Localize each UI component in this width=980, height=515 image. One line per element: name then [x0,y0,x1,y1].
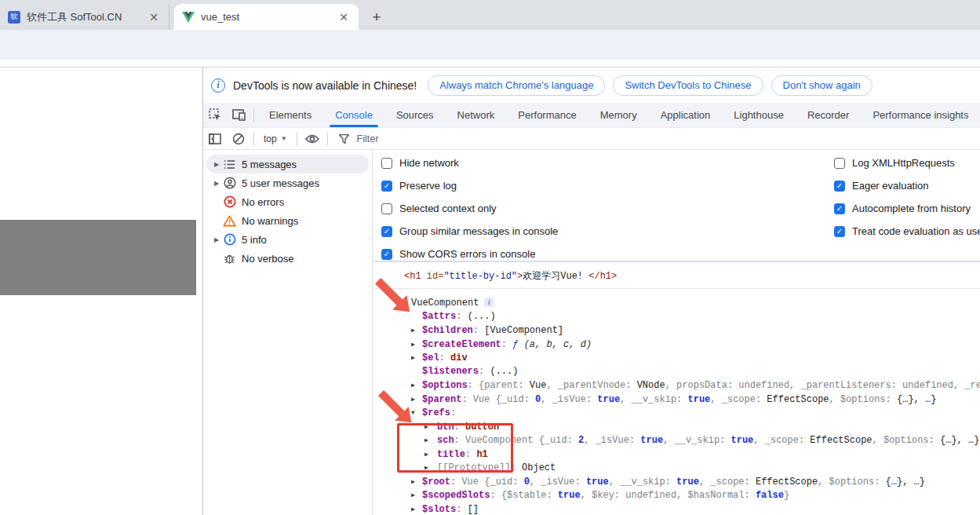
sidebar-item-label: No errors [242,196,284,208]
setting-row: ✓Preserve log [381,174,558,197]
devtools-tab-sources[interactable]: Sources [384,103,446,127]
devtools-tab-performance[interactable]: Performance [506,103,588,127]
expand-arrow-icon[interactable]: ▶ [411,378,422,393]
checkbox-preserve-log[interactable]: ✓ [381,181,392,192]
console-tree-row[interactable]: ▶$scopedSlots: {$stable: true, $key: und… [373,488,980,502]
console-text-segment: VueComponent [411,298,479,309]
console-text-segment: 欢迎学习Vue! [523,271,588,282]
sidebar-item-no-errors[interactable]: No errors [206,192,369,211]
checkbox-treat-code-evaluation-as-user-action[interactable]: ✓ [834,226,845,237]
collapse-arrow-icon[interactable]: ▼ [411,406,422,420]
console-text-segment: $refs [422,407,450,418]
info-icon [223,233,236,247]
expand-arrow-icon[interactable]: ▶ [210,236,223,243]
devtools-tab-performance-insights[interactable]: Performance insights [861,103,980,127]
console-tree-row[interactable]: ▶$el: div [373,351,980,365]
devtools-tab-application[interactable]: Application [649,103,723,127]
console-tree-row[interactable]: ▼VueComponenti [373,296,980,310]
console-text-segment: EffectScope [767,394,829,405]
filter-input[interactable] [355,133,555,145]
browser-tab-vue-test[interactable]: vue_test ✕ [174,4,359,30]
sidebar-item-5-user-messages[interactable]: ▶5 user messages [206,173,369,192]
console-tree-row[interactable]: ▶$slots: [] [373,502,980,515]
console-text-segment: VueComponent [465,435,539,446]
checkbox-label: Treat code evaluation as user action [852,225,980,237]
console-text-segment: , propsData: undefined, _parentListeners… [665,380,980,391]
console-sidebar-toggle-icon[interactable] [203,130,227,148]
console-tree-row[interactable]: ▶$children: [VueComponent] [373,323,980,338]
checkbox-hide-network[interactable] [381,158,392,169]
console-tree-row[interactable]: ▶$createElement: ƒ (a, b, c, d) [373,338,980,352]
console-tree-row[interactable]: ▶title: h1 [373,447,980,462]
console-text-segment: true [688,394,711,405]
expand-arrow-icon[interactable]: ▶ [411,488,422,502]
clear-console-icon[interactable] [227,130,250,148]
setting-row: ✓Group similar messages in console [381,220,558,243]
console-text-segment: $listeners [422,366,479,377]
expand-arrow-icon[interactable]: ▶ [210,161,223,168]
expand-arrow-icon[interactable]: ▶ [210,180,223,187]
value-info-badge-icon[interactable]: i [484,298,494,307]
sidebar-item-5-messages[interactable]: ▶5 messages [206,155,369,173]
close-tab-icon[interactable]: ✕ [147,11,161,24]
checkbox-group-similar-messages-in-console[interactable]: ✓ [381,226,392,237]
new-tab-button[interactable]: + [366,6,388,28]
checkbox-show-cors-errors-in-console[interactable]: ✓ [381,249,392,260]
expand-arrow-icon[interactable]: ▶ [411,502,422,515]
sidebar-item-no-warnings[interactable]: No warnings [206,211,369,230]
console-text-segment: true [597,394,620,405]
collapse-arrow-icon[interactable]: ▼ [400,296,411,310]
checkbox-label: Hide network [399,157,459,169]
checkbox-selected-context-only[interactable] [381,203,392,214]
console-tree-row[interactable]: $attrs: (...) [373,310,980,324]
console-text-segment: [] [468,504,479,515]
expand-arrow-icon[interactable]: ▶ [411,475,422,489]
devtools-tab-lighthouse[interactable]: Lighthouse [722,103,796,127]
switch-devtools-chinese-button[interactable]: Switch DevTools to Chinese [613,75,763,96]
expand-arrow-icon[interactable]: ▶ [411,323,422,338]
devtools-tab-memory[interactable]: Memory [588,103,649,127]
console-text-segment: , $key: undefined, $hasNormal: [581,490,756,501]
error-icon [223,195,236,209]
console-tree-row[interactable]: $listeners: (...) [373,365,980,379]
console-text-segment: div [450,352,468,363]
devtools-tab-recorder[interactable]: Recorder [796,103,861,127]
live-expression-eye-icon[interactable] [301,130,324,148]
always-match-language-button[interactable]: Always match Chrome's language [428,75,605,96]
console-text-segment: , __v_skip: [663,435,730,446]
console-text-segment: , _parentVnode: [546,380,636,391]
javascript-context-selector[interactable]: top▼ [257,133,293,144]
devtools-tab-console[interactable]: Console [323,103,384,127]
device-toolbar-icon[interactable] [227,106,250,125]
checkbox-log-xmlhttprequests[interactable] [834,158,845,169]
dont-show-again-button[interactable]: Don't show again [771,75,873,96]
expand-arrow-icon[interactable]: ▶ [424,447,437,462]
expand-arrow-icon[interactable]: ▶ [411,338,422,352]
console-tree-row[interactable]: ▶$parent: Vue {_uid: 0, _isVue: true, __… [373,393,980,407]
console-tree-row[interactable]: ▶sch: VueComponent {_uid: 2, _isVue: tru… [373,433,980,447]
expand-arrow-icon[interactable]: ▶ [424,420,437,434]
sidebar-item-label: 5 user messages [242,177,319,189]
console-tree-row[interactable]: ▶$options: {parent: Vue, _parentVnode: V… [373,378,980,393]
console-tree-row[interactable]: ▶[[Prototype]]: Object [373,461,980,475]
console-tree-row[interactable]: ▶$root: Vue {_uid: 0, _isVue: true, __v_… [373,475,980,489]
checkbox-autocomplete-from-history[interactable]: ✓ [834,203,845,214]
devtools-tab-network[interactable]: Network [446,103,507,127]
console-text-segment: , __v_skip: [620,394,687,405]
sidebar-item-5-info[interactable]: ▶5 info [206,230,369,249]
sidebar-item-label: 5 info [242,234,267,246]
inspect-element-icon[interactable] [203,106,227,125]
console-tree-row[interactable]: ▼$refs: [373,406,980,420]
browser-tab-softool[interactable]: 软 软件工具 SofTool.CN ✕ [0,4,169,30]
expand-arrow-icon[interactable]: ▶ [424,433,437,447]
sidebar-item-no-verbose[interactable]: No verbose [206,249,369,268]
expand-arrow-icon[interactable]: ▶ [411,351,422,365]
console-text-segment: , …} [902,477,925,488]
close-tab-icon[interactable]: ✕ [337,11,351,24]
console-tree-row[interactable]: ▶btn: button [373,420,980,434]
expand-arrow-icon[interactable]: ▶ [411,393,422,407]
checkbox-eager-evaluation[interactable]: ✓ [834,181,845,192]
expand-arrow-icon[interactable]: ▶ [424,461,437,475]
console-text-segment: : [465,449,476,460]
devtools-tab-elements[interactable]: Elements [257,103,323,127]
